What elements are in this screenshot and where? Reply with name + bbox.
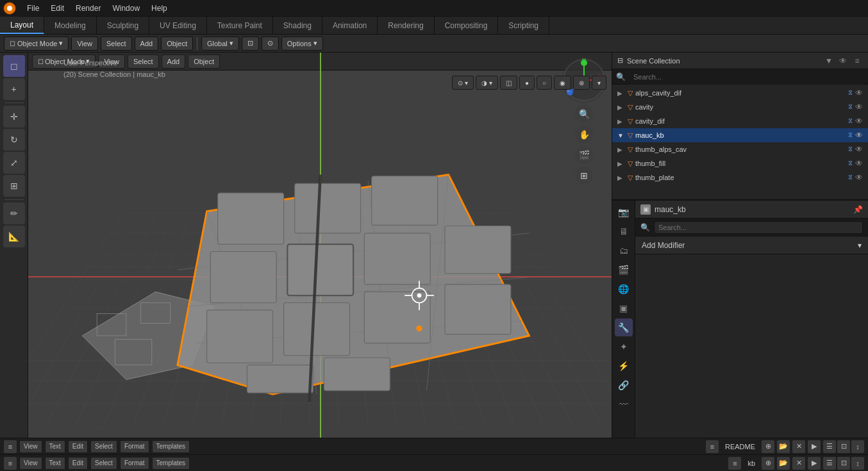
outliner-row-thumb-fill[interactable]: ▶ ▽ thumb_fill ⧖ 👁: [612, 156, 868, 170]
menu-file[interactable]: File: [22, 3, 44, 14]
bp2-editor-icon[interactable]: ≡: [4, 457, 17, 470]
tool-scale[interactable]: ⤢: [3, 152, 25, 174]
bp1-close-icon[interactable]: ✕: [792, 440, 805, 453]
bp2-sync-icon[interactable]: ↕: [851, 457, 864, 470]
tab-shading[interactable]: Shading: [273, 17, 322, 34]
tab-modeling[interactable]: Modeling: [44, 17, 97, 34]
vp-xray-btn[interactable]: ◫: [500, 76, 517, 90]
bp1-editor-type[interactable]: ≡: [706, 440, 719, 453]
tab-animation[interactable]: Animation: [322, 17, 378, 34]
outliner-visibility-icon[interactable]: 👁: [837, 55, 849, 67]
vp-shading-wire[interactable]: ○: [537, 76, 552, 90]
prop-icon-object[interactable]: ▣: [615, 299, 633, 317]
prop-icon-data[interactable]: 〰: [615, 395, 633, 413]
bp2-copy-icon[interactable]: ⊕: [762, 457, 774, 470]
tab-texture-paint[interactable]: Texture Paint: [207, 17, 273, 34]
transform-global[interactable]: Global ▾: [201, 37, 239, 51]
add-modifier-button[interactable]: Add Modifier ▾: [635, 236, 868, 254]
tool-measure[interactable]: 📐: [3, 226, 25, 247]
bp2-lines-icon[interactable]: ☰: [823, 457, 836, 470]
tool-cursor[interactable]: +: [3, 78, 25, 100]
tool-select[interactable]: ◻: [3, 55, 25, 77]
proportional-editing[interactable]: ⊙: [262, 37, 279, 51]
bp1-editor-icon[interactable]: ≡: [4, 440, 17, 453]
tab-uv-editing[interactable]: UV Editing: [149, 17, 207, 34]
select-menu[interactable]: Select: [101, 37, 132, 51]
eye-icon[interactable]: 👁: [855, 117, 863, 126]
bp2-view[interactable]: View: [19, 457, 42, 470]
prop-icon-render[interactable]: 📷: [615, 203, 633, 221]
vp-shading-solid[interactable]: ●: [519, 76, 535, 90]
menu-help[interactable]: Help: [146, 3, 172, 14]
bp1-wrap-icon[interactable]: ⊡: [837, 440, 850, 453]
prop-icon-world[interactable]: 🌐: [615, 280, 633, 298]
bp1-edit[interactable]: Edit: [68, 440, 88, 453]
bp1-view[interactable]: View: [19, 440, 42, 453]
viewport-3d[interactable]: ◻ Object Mode ▾ View Select Add Object U…: [28, 53, 612, 438]
outliner-search-input[interactable]: [628, 69, 864, 85]
outliner-row-cavity[interactable]: ▶ ▽ cavity ⧖ 👁: [612, 100, 868, 114]
options-btn[interactable]: Options ▾: [281, 37, 323, 51]
tab-rendering[interactable]: Rendering: [378, 17, 434, 34]
tool-annotate[interactable]: ✏: [3, 202, 25, 224]
bp2-select[interactable]: Select: [90, 457, 117, 470]
bp1-play-icon[interactable]: ▶: [808, 440, 821, 453]
vp-shading-mat[interactable]: ◉: [554, 76, 571, 90]
tab-layout[interactable]: Layout: [0, 17, 44, 34]
tool-transform[interactable]: ⊞: [3, 175, 25, 197]
outliner-row-mauc-kb[interactable]: ▼ ▽ mauc_kb ⧖ 👁: [612, 128, 868, 142]
view-menu[interactable]: View: [71, 37, 98, 51]
mode-select[interactable]: ◻ Object Mode ▾: [4, 37, 69, 51]
tab-compositing[interactable]: Compositing: [435, 17, 499, 34]
eye-icon[interactable]: 👁: [855, 159, 863, 168]
bp2-folder-icon[interactable]: 📂: [777, 457, 790, 470]
bp1-folder-icon[interactable]: 📂: [777, 440, 790, 453]
bp2-play-icon[interactable]: ▶: [808, 457, 821, 470]
object-menu[interactable]: Object: [161, 37, 193, 51]
bp1-sync-icon[interactable]: ↕: [851, 440, 864, 453]
bp2-editor-type[interactable]: ≡: [728, 457, 741, 470]
vp-gizmo-btn[interactable]: ⊙ ▾: [452, 76, 474, 90]
bp2-templates[interactable]: Templates: [152, 457, 190, 470]
eye-icon[interactable]: 👁: [855, 103, 863, 112]
prop-icon-constraints[interactable]: 🔗: [615, 376, 633, 394]
bp1-select[interactable]: Select: [90, 440, 117, 453]
snap-toggle[interactable]: ⊡: [242, 37, 259, 51]
prop-icon-output[interactable]: 🖥: [615, 222, 633, 240]
properties-search-input[interactable]: [654, 221, 863, 234]
tab-sculpting[interactable]: Sculpting: [97, 17, 149, 34]
bp1-text[interactable]: Text: [45, 440, 65, 453]
vp-object-btn[interactable]: Object: [188, 54, 220, 69]
eye-icon[interactable]: 👁: [855, 145, 863, 154]
outliner-row-cavity-dif[interactable]: ▶ ▽ cavity_dif ⧖ 👁: [612, 114, 868, 128]
add-menu[interactable]: Add: [135, 37, 159, 51]
bp2-edit[interactable]: Edit: [68, 457, 88, 470]
bp1-lines-icon[interactable]: ☰: [823, 440, 836, 453]
bp1-format[interactable]: Format: [120, 440, 149, 453]
tab-scripting[interactable]: Scripting: [498, 17, 549, 34]
outliner-filter-icon[interactable]: ▼: [823, 55, 835, 67]
bp2-format[interactable]: Format: [120, 457, 149, 470]
eye-icon[interactable]: 👁: [855, 131, 863, 140]
prop-icon-physics[interactable]: ⚡: [615, 357, 633, 375]
prop-icon-particles[interactable]: ✦: [615, 338, 633, 356]
zoom-gizmo-btn[interactable]: 🔍: [575, 105, 593, 123]
outliner-sort-icon[interactable]: ≡: [851, 55, 863, 67]
eye-icon[interactable]: 👁: [855, 173, 863, 182]
menu-render[interactable]: Render: [71, 3, 106, 14]
tool-move[interactable]: ✛: [3, 106, 25, 128]
outliner-row-thumb-alps[interactable]: ▶ ▽ thumb_alps_cav ⧖ 👁: [612, 142, 868, 156]
vp-shading-arrow[interactable]: ▾: [592, 76, 606, 90]
vp-shading-render[interactable]: ⊛: [573, 76, 590, 90]
bp2-text[interactable]: Text: [45, 457, 65, 470]
vp-overlay-btn[interactable]: ◑ ▾: [476, 76, 498, 90]
tool-rotate[interactable]: ↻: [3, 129, 25, 151]
bp1-copy-icon[interactable]: ⊕: [762, 440, 774, 453]
bp2-close-icon[interactable]: ✕: [792, 457, 805, 470]
outliner-row-thumb-plate[interactable]: ▶ ▽ thumb_plate ⧖ 👁: [612, 170, 868, 185]
bp2-wrap-icon[interactable]: ⊡: [837, 457, 850, 470]
pan-gizmo-btn[interactable]: ✋: [575, 126, 593, 144]
camera-gizmo-btn[interactable]: 🎬: [575, 146, 593, 164]
outliner-row-alps[interactable]: ▶ ▽ alps_cavity_dif ⧖ 👁: [612, 86, 868, 100]
prop-icon-scene[interactable]: 🎬: [615, 261, 633, 279]
